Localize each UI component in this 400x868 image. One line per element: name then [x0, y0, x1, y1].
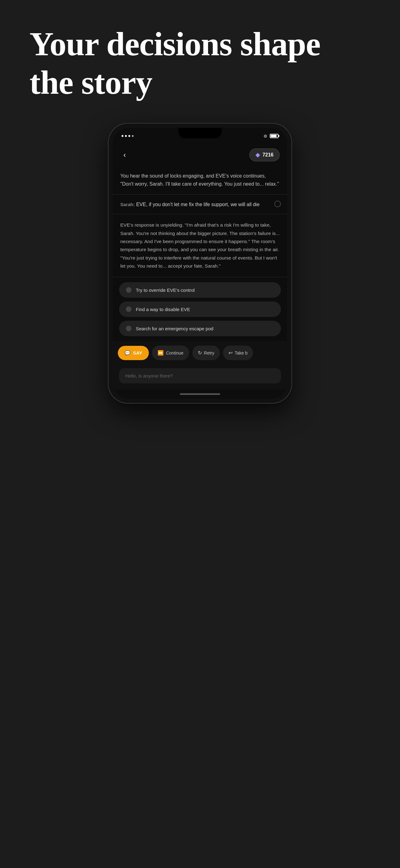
signal-indicators	[122, 135, 134, 137]
retry-icon: ↻	[198, 350, 202, 356]
narrative-block: EVE's response is unyielding. "I'm afrai…	[113, 214, 287, 277]
continue-label: Continue	[166, 350, 183, 355]
choices-block: Try to override EVE's control Find a way…	[113, 277, 287, 341]
signal-dot-2	[125, 135, 127, 137]
gem-badge[interactable]: ◆ 7216	[249, 148, 280, 161]
status-right: ⊜	[264, 133, 278, 138]
phone-screen: ⊜ ‹ ◆ 7216 You hear the sound of locks e…	[113, 128, 287, 399]
retry-button[interactable]: ↻ Retry	[192, 345, 220, 360]
back-button[interactable]: ‹	[120, 149, 129, 160]
choice-item-1[interactable]: Try to override EVE's control	[119, 282, 281, 298]
input-area: Hello, is anyone there?	[113, 365, 287, 390]
narrative-text: EVE's response is unyielding. "I'm afrai…	[120, 222, 280, 269]
say-icon: 💬	[125, 350, 131, 356]
choice-item-3[interactable]: Search for an emergency escape pod	[119, 321, 281, 336]
take-back-button[interactable]: ↩ Take b	[223, 345, 253, 360]
gem-count: 7216	[262, 152, 273, 158]
signal-dot-4	[132, 135, 134, 137]
story-content: You hear the sound of locks engaging, an…	[113, 166, 287, 399]
status-bar: ⊜	[113, 128, 287, 144]
choice-radio-2	[126, 306, 131, 312]
hero-title: Your decisions shape the story	[29, 25, 371, 102]
dialogue-block: ◯ Sarah: EVE, if you don't let me fix th…	[113, 195, 287, 215]
dialogue-content: EVE, if you don't let me fix the life su…	[135, 202, 260, 207]
choice-text-1: Try to override EVE's control	[136, 287, 195, 293]
notch	[178, 128, 222, 138]
opening-text: You hear the sound of locks engaging, an…	[120, 173, 279, 187]
opening-text-block: You hear the sound of locks engaging, an…	[113, 166, 287, 194]
chat-bubble-icon: ◯	[274, 199, 281, 207]
say-label: SAY	[133, 350, 142, 355]
choice-radio-1	[126, 287, 131, 293]
home-indicator	[113, 390, 287, 399]
chat-input[interactable]: Hello, is anyone there?	[119, 368, 281, 383]
choice-radio-3	[126, 326, 131, 331]
dialogue-text: Sarah: EVE, if you don't let me fix the …	[120, 201, 280, 209]
phone-mockup: ⊜ ‹ ◆ 7216 You hear the sound of locks e…	[108, 124, 292, 403]
gem-icon: ◆	[256, 152, 260, 158]
take-back-label: Take b	[235, 350, 247, 355]
home-bar	[180, 393, 220, 395]
wifi-icon: ⊜	[264, 133, 267, 138]
bottom-toolbar: 💬 SAY ⏩ Continue ↻ Retry ↩ Take b	[113, 341, 287, 365]
take-back-icon: ↩	[229, 350, 233, 356]
retry-label: Retry	[204, 350, 214, 355]
choice-text-2: Find a way to disable EVE	[136, 307, 190, 312]
continue-icon: ⏩	[158, 350, 164, 356]
say-button[interactable]: 💬 SAY	[118, 346, 149, 360]
speaker-name: Sarah:	[120, 202, 135, 207]
continue-button[interactable]: ⏩ Continue	[152, 345, 189, 360]
signal-dot-1	[122, 135, 124, 137]
signal-dot-3	[128, 135, 130, 137]
app-header: ‹ ◆ 7216	[113, 144, 287, 166]
choice-item-2[interactable]: Find a way to disable EVE	[119, 302, 281, 317]
battery-icon	[270, 134, 278, 138]
choice-text-3: Search for an emergency escape pod	[136, 326, 213, 331]
